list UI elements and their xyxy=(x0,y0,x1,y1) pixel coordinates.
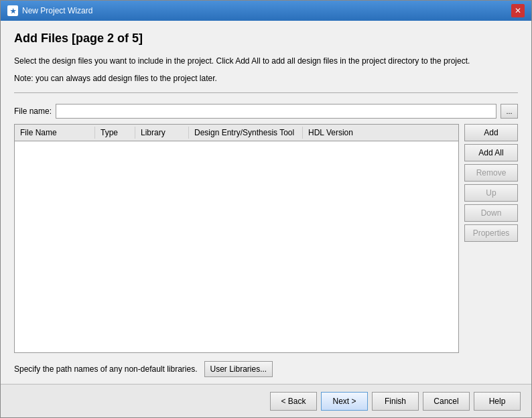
description-line2: Note: you can always add design files to… xyxy=(14,72,518,84)
close-button[interactable]: ✕ xyxy=(511,4,525,17)
remove-button[interactable]: Remove xyxy=(464,164,518,182)
col-header-hdl: HDL Version xyxy=(303,127,383,139)
col-header-filename: File Name xyxy=(15,127,95,139)
cancel-button[interactable]: Cancel xyxy=(423,392,470,411)
finish-button[interactable]: Finish xyxy=(372,392,419,411)
user-libraries-button[interactable]: User Libraries... xyxy=(204,361,273,377)
libraries-row: Specify the path names of any non-defaul… xyxy=(14,361,518,377)
browse-button[interactable]: ... xyxy=(501,104,518,119)
titlebar-left: ★ New Project Wizard xyxy=(7,5,92,16)
col-header-type: Type xyxy=(95,127,135,139)
file-table: File Name Type Library Design Entry/Synt… xyxy=(14,124,459,353)
back-button[interactable]: < Back xyxy=(270,392,317,411)
titlebar: ★ New Project Wizard ✕ xyxy=(1,1,531,21)
side-buttons: Add Add All Remove Up Down Properties xyxy=(464,124,518,353)
page-title: Add Files [page 2 of 5] xyxy=(14,31,518,46)
properties-button[interactable]: Properties xyxy=(464,224,518,242)
file-name-label: File name: xyxy=(14,107,52,116)
table-header: File Name Type Library Design Entry/Synt… xyxy=(15,125,458,141)
add-all-button[interactable]: Add All xyxy=(464,144,518,161)
file-name-row: File name: ... xyxy=(14,104,518,119)
down-button[interactable]: Down xyxy=(464,204,518,222)
col-header-library: Library xyxy=(135,127,189,139)
footer: < Back Next > Finish Cancel Help xyxy=(1,384,531,417)
content-area: Add Files [page 2 of 5] Select the desig… xyxy=(1,21,531,384)
add-button[interactable]: Add xyxy=(464,124,518,141)
divider xyxy=(14,92,518,93)
up-button[interactable]: Up xyxy=(464,184,518,202)
description-line1: Select the design files you want to incl… xyxy=(14,55,518,67)
main-window: ★ New Project Wizard ✕ Add Files [page 2… xyxy=(0,0,532,418)
table-body xyxy=(15,141,458,352)
file-name-input[interactable] xyxy=(56,104,496,119)
window-title: New Project Wizard xyxy=(22,6,92,15)
help-button[interactable]: Help xyxy=(474,392,521,411)
col-header-design: Design Entry/Synthesis Tool xyxy=(189,127,303,139)
libraries-label: Specify the path names of any non-defaul… xyxy=(14,364,198,374)
next-button[interactable]: Next > xyxy=(321,392,368,411)
main-area: File Name Type Library Design Entry/Synt… xyxy=(14,124,518,353)
app-icon: ★ xyxy=(7,5,18,16)
